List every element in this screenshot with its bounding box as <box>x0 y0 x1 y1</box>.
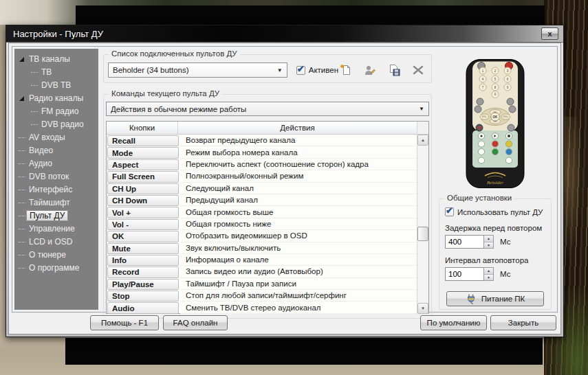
buttons-column-header[interactable]: Кнопки <box>107 122 178 135</box>
svg-text:CH-: CH- <box>493 120 497 123</box>
save-remote-icon[interactable] <box>386 62 402 78</box>
action-cell[interactable]: Звук включить/выключить <box>180 242 417 254</box>
table-row[interactable]: ModeРежим выбора номера канала <box>107 146 417 158</box>
faq-online-button[interactable]: FAQ онлайн <box>163 315 228 330</box>
action-cell[interactable]: Общая громкость ниже <box>180 218 417 230</box>
table-row[interactable]: AspectПереключить аспект (соотношение ст… <box>107 159 417 170</box>
button-cell[interactable]: CH Down <box>107 195 179 206</box>
use-remote-label: Использовать пульт ДУ <box>457 208 543 216</box>
button-cell[interactable]: Info <box>107 255 179 266</box>
close-window-button[interactable]: x <box>541 27 558 40</box>
table-scrollbar[interactable]: ▲ ▼ <box>417 135 428 314</box>
chevron-down-icon[interactable]: ▼ <box>273 67 283 73</box>
sidebar-item[interactable]: AV входы <box>14 131 98 144</box>
pc-power-button[interactable]: Питание ПК <box>446 291 544 306</box>
action-cell[interactable]: Запись видео или аудио (Автовыбор) <box>180 266 417 277</box>
spin-up-icon[interactable]: ▲ <box>484 236 493 242</box>
active-checkbox[interactable]: ✔ <box>296 66 305 75</box>
button-cell[interactable]: Audio <box>107 302 179 313</box>
sidebar-item[interactable]: ТВ <box>14 66 98 79</box>
table-row[interactable]: CH UpСледующий канал <box>107 183 417 194</box>
sidebar-item[interactable]: Интерфейс <box>14 183 98 196</box>
table-row[interactable]: InfoИнформация о канале <box>107 254 417 266</box>
button-cell[interactable]: Aspect <box>107 159 179 170</box>
sidebar-item[interactable]: Пульт ДУ <box>14 209 98 223</box>
action-cell[interactable]: Полноэкранный/оконный режим <box>180 170 417 182</box>
background-black-strip-bottom <box>65 338 543 365</box>
action-cell[interactable]: Возврат предыдущего канала <box>180 135 417 146</box>
edit-remote-icon[interactable] <box>362 62 378 78</box>
sidebar-item[interactable]: DVB радио <box>14 118 98 131</box>
use-remote-checkbox-row[interactable]: ✔ Использовать пульт ДУ <box>445 207 545 216</box>
repeat-delay-input[interactable] <box>445 235 483 249</box>
button-cell[interactable]: Mode <box>107 147 179 158</box>
button-cell[interactable]: Recall <box>107 135 179 146</box>
action-cell[interactable]: Переключить аспект (соотношение сторон) … <box>180 159 417 170</box>
button-cell[interactable]: CH Up <box>107 183 179 194</box>
action-cell[interactable]: Следующий канал <box>180 183 417 194</box>
sidebar-item[interactable]: Аудио <box>14 157 98 170</box>
tree-expander-icon[interactable] <box>19 57 24 62</box>
table-row[interactable]: AudioСменить ТВ/DVB стерео аудиоканал <box>107 302 417 313</box>
spin-down-icon[interactable]: ▼ <box>484 275 493 281</box>
table-row[interactable]: CH DownПредыдущий канал <box>107 194 417 206</box>
command-mode-select[interactable]: Действия в обычном режиме работы ▼ <box>106 102 429 116</box>
action-cell[interactable]: Информация о канале <box>180 254 417 266</box>
sidebar-item[interactable]: Управление <box>14 223 98 236</box>
button-cell[interactable]: Play/Pause <box>107 279 179 290</box>
action-cell[interactable]: Таймшифт / Пауза при записи <box>180 278 417 290</box>
table-row[interactable]: RecallВозврат предыдущего канала <box>107 135 417 146</box>
help-button[interactable]: Помощь - F1 <box>90 315 159 330</box>
use-remote-checkbox[interactable]: ✔ <box>445 207 454 216</box>
sidebar-item[interactable]: О тюнере <box>14 249 98 262</box>
button-cell[interactable]: Full Screen <box>107 171 179 182</box>
sidebar-item[interactable]: FM радио <box>14 105 98 118</box>
button-cell[interactable]: OK <box>107 231 179 242</box>
chevron-down-icon[interactable]: ▼ <box>415 106 424 112</box>
sidebar-item[interactable]: Видео <box>14 144 98 157</box>
sidebar-item[interactable]: LCD и OSD <box>14 236 98 249</box>
scroll-up-icon[interactable]: ▲ <box>417 135 428 146</box>
button-cell[interactable]: Mute <box>107 243 179 254</box>
button-cell[interactable]: Stop <box>107 291 179 302</box>
table-row[interactable]: OKОтобразить видеомикшер в OSD <box>107 230 417 242</box>
defaults-button[interactable]: По умолчанию <box>420 315 487 330</box>
button-cell[interactable]: Record <box>107 266 179 277</box>
table-row[interactable]: RecordЗапись видео или аудио (Автовыбор) <box>107 266 417 277</box>
action-cell[interactable]: Режим выбора номера канала <box>180 146 417 158</box>
actions-column-header[interactable]: Действия <box>178 122 417 135</box>
table-row[interactable]: Full ScreenПолноэкранный/оконный режим <box>107 170 417 182</box>
background-black-strip-top <box>76 5 545 25</box>
scrollbar-thumb[interactable] <box>417 227 428 241</box>
tree-expander-icon[interactable] <box>19 96 24 101</box>
action-cell[interactable]: Сменить ТВ/DVB стерео аудиоканал <box>180 302 417 313</box>
button-cell[interactable]: Vol - <box>107 219 179 230</box>
action-cell[interactable]: Предыдущий канал <box>180 194 417 206</box>
repeat-interval-input[interactable] <box>445 267 483 281</box>
sidebar-item[interactable]: DVB поток <box>14 170 98 183</box>
table-row[interactable]: StopСтоп для любой записи/таймшифт/серфи… <box>107 290 417 302</box>
sidebar-item[interactable]: ТВ каналы <box>14 53 98 66</box>
active-checkbox-row[interactable]: ✔ Активен <box>296 66 338 75</box>
new-remote-icon[interactable] <box>338 62 353 78</box>
sidebar-item[interactable]: О программе <box>14 262 98 275</box>
action-cell[interactable]: Отобразить видеомикшер в OSD <box>180 230 417 242</box>
action-cell[interactable]: Общая громкость выше <box>180 206 417 218</box>
scroll-down-icon[interactable]: ▼ <box>417 303 428 314</box>
title-bar[interactable]: Настройки - Пульт ДУ x <box>6 25 563 43</box>
spin-up-icon[interactable]: ▲ <box>484 268 493 275</box>
action-cell[interactable]: Стоп для любой записи/таймшифт/серфинг <box>180 290 417 302</box>
sidebar-item[interactable]: Таймшифт <box>14 196 98 209</box>
close-button[interactable]: Закрыть <box>490 315 556 330</box>
spin-down-icon[interactable]: ▼ <box>484 242 493 249</box>
table-row[interactable]: Vol -Общая громкость ниже <box>107 218 417 230</box>
sidebar-item[interactable]: Радио каналы <box>14 92 98 105</box>
table-row[interactable]: Play/PauseТаймшифт / Пауза при записи <box>107 278 417 290</box>
sidebar-item[interactable]: DVB ТВ <box>14 79 98 92</box>
delete-remote-icon[interactable] <box>411 62 426 78</box>
button-cell[interactable]: Vol + <box>107 207 179 218</box>
table-row[interactable]: MuteЗвук включить/выключить <box>107 242 417 254</box>
remote-select[interactable]: Beholder (34 buttons) ▼ <box>108 62 287 78</box>
table-row[interactable]: Vol +Общая громкость выше <box>107 206 417 218</box>
sidebar-tree[interactable]: ТВ каналыТВDVB ТВРадио каналыFM радиоDVB… <box>14 49 98 310</box>
